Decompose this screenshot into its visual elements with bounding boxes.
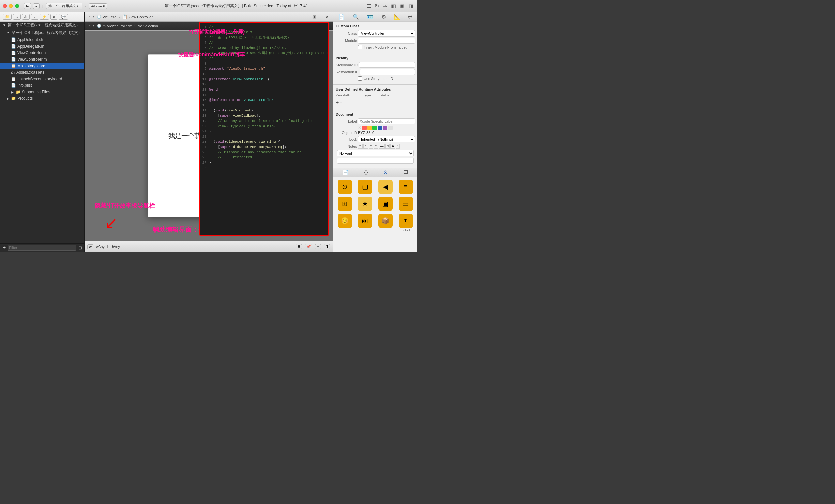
color-gray[interactable] xyxy=(388,126,393,130)
sidebar-item-root2[interactable]: ▼ 第一个IOS工程(xc...程命名最好用英文） xyxy=(0,29,84,37)
split-btn[interactable]: ⇥ xyxy=(382,2,388,10)
symbol-btn[interactable]: ⊙ xyxy=(13,14,21,20)
close-button[interactable] xyxy=(3,4,7,8)
utilities-btn[interactable]: ◨ xyxy=(407,2,415,10)
back-btn[interactable]: ‹ xyxy=(87,14,91,20)
sidebar-item-viewcontroller-m[interactable]: 📄 ViewController.m xyxy=(0,56,84,63)
notes-box-btn[interactable]: □ xyxy=(385,144,390,149)
debug2-btn[interactable]: ⚡ xyxy=(40,14,49,20)
minimize-button[interactable] xyxy=(9,4,13,8)
view-as-btn[interactable]: w xyxy=(87,244,93,249)
lib-tab-code[interactable]: {} xyxy=(362,169,370,176)
inspector-tab-attrs[interactable]: ⚙ xyxy=(379,13,388,21)
add-file-btn[interactable]: + xyxy=(3,245,5,251)
resolve-btn[interactable]: △ xyxy=(315,244,321,249)
breadcrumb-noselection[interactable]: No Selection xyxy=(138,24,158,28)
sidebar-item-root1[interactable]: ▼ 第一个IOS工程(xco...程命名最好用英文） xyxy=(0,22,84,29)
zoom-btn[interactable]: + xyxy=(319,14,323,20)
code-forward-btn[interactable]: › xyxy=(92,23,95,29)
play-button[interactable]: ▶ xyxy=(24,3,31,9)
editor-mode-btn[interactable]: ⊞ xyxy=(312,14,318,20)
inspector-tab-conn[interactable]: ⇄ xyxy=(406,13,414,21)
device-selector[interactable]: iPhone 6 xyxy=(89,3,107,9)
breadcrumb-viewene[interactable]: Vie...ene xyxy=(103,15,117,19)
remove-runtime-btn[interactable]: - xyxy=(340,100,342,106)
lib-tab-media[interactable]: 🖼 xyxy=(401,169,410,176)
pin-btn[interactable]: 📌 xyxy=(305,244,312,249)
report-btn[interactable]: 💬 xyxy=(59,14,68,20)
sidebar-item-assets[interactable]: 🗂 Assets.xcassets xyxy=(0,69,84,76)
color-red[interactable] xyxy=(362,126,367,130)
inherit-checkbox[interactable] xyxy=(358,45,362,49)
notes-center-btn[interactable]: ≡ xyxy=(363,144,368,149)
obj-item-10[interactable]: ⏭ xyxy=(356,213,374,232)
sidebar-item-main-storyboard[interactable]: 📋 Main.storyboard xyxy=(0,63,84,69)
layout-btn[interactable]: ⊞ xyxy=(296,244,302,249)
obj-item-4[interactable]: ≡ xyxy=(396,180,415,195)
maximize-button[interactable] xyxy=(15,4,19,8)
obj-item-1[interactable]: ⊙ xyxy=(335,180,354,195)
filter-sort-btn[interactable]: ⊞ xyxy=(78,246,82,250)
test-btn[interactable]: ✓ xyxy=(31,14,39,20)
obj-item-5[interactable]: ⊞ xyxy=(335,196,354,212)
sidebar-item-appdelegate-h[interactable]: 📄 AppDelegate.h xyxy=(0,37,84,43)
sidebar-item-products[interactable]: ▶ 📁 Products xyxy=(0,95,84,102)
inspector-tab-file[interactable]: 📄 xyxy=(336,13,347,21)
color-yellow[interactable] xyxy=(367,126,372,130)
inspector-tab-quick[interactable]: 🔍 xyxy=(351,13,361,21)
warning-btn[interactable]: ⚠ xyxy=(22,14,30,20)
refresh-btn[interactable]: ↻ xyxy=(373,2,380,10)
notes-more-btn[interactable]: › xyxy=(396,144,400,149)
notes-right-btn[interactable]: ≡ xyxy=(369,144,373,149)
breadcrumb-file[interactable]: Viewer...roller.m xyxy=(107,24,133,28)
notes-left-btn[interactable]: ≡ xyxy=(358,144,363,149)
sidebar-item-appdelegate-m[interactable]: 📄 AppDelegate.m xyxy=(0,43,84,49)
module-input[interactable] xyxy=(358,38,415,44)
project-name[interactable]: 第一个...好用英文） xyxy=(46,3,82,9)
restoration-input[interactable] xyxy=(360,69,415,75)
obj-item-8[interactable]: ▭ xyxy=(396,196,415,212)
debug-btn[interactable]: ▣ xyxy=(399,2,406,10)
obj-item-label[interactable]: T Label xyxy=(396,213,415,232)
obj-item-11[interactable]: 📦 xyxy=(376,213,395,232)
class-select[interactable]: ViewController xyxy=(358,30,415,37)
obj-item-6[interactable]: ★ xyxy=(356,196,374,212)
navigator-btn[interactable]: ◧ xyxy=(390,2,397,10)
lock-select[interactable]: Inherited - (Nothing) xyxy=(358,136,415,143)
breakpoint-btn[interactable]: ◈ xyxy=(50,14,57,20)
font-select[interactable]: No Font xyxy=(337,150,413,156)
sidebar-item-launchscreen[interactable]: 📋 LaunchScreen.storyboard xyxy=(0,76,84,82)
obj-item-2[interactable]: ▢ xyxy=(356,180,374,195)
filter-input[interactable] xyxy=(7,245,76,251)
code-back-btn[interactable]: ‹ xyxy=(87,23,91,29)
stop-button[interactable]: ■ xyxy=(33,3,40,9)
doc-label-input[interactable] xyxy=(358,118,415,124)
color-green[interactable] xyxy=(372,126,377,130)
notes-justify-btn[interactable]: ≡ xyxy=(374,144,378,149)
breadcrumb-viewcontroller[interactable]: View Controller xyxy=(128,15,152,19)
lib-tab-object[interactable]: ⊙ xyxy=(381,169,389,176)
forward-btn[interactable]: › xyxy=(92,14,95,20)
close-editor-btn[interactable]: ✕ xyxy=(325,14,330,20)
obj-item-7[interactable]: ▣ xyxy=(376,196,395,212)
inspector-tab-identity[interactable]: 🪪 xyxy=(365,13,375,21)
inspector-tab-size[interactable]: 📐 xyxy=(392,13,402,21)
storyboard-id-input[interactable] xyxy=(359,62,415,68)
notes-a-btn[interactable]: A xyxy=(390,144,395,149)
color-purple[interactable] xyxy=(383,126,387,130)
use-storyboard-checkbox[interactable] xyxy=(358,76,362,81)
color-blue[interactable] xyxy=(378,126,382,130)
sidebar-toggle[interactable]: ☰ xyxy=(365,2,372,10)
add-runtime-btn[interactable]: + xyxy=(335,100,339,106)
notes-dash-btn[interactable]: — xyxy=(379,144,385,149)
sidebar-item-supporting[interactable]: ▶ 📁 Supporting Files xyxy=(0,89,84,95)
sidebar-item-infoplist[interactable]: 📄 Info.plist xyxy=(0,82,84,89)
sidebar-item-viewcontroller-h[interactable]: 📄 ViewController.h xyxy=(0,49,84,56)
obj-item-9[interactable]: 😊 xyxy=(335,213,354,232)
obj-item-3[interactable]: ◀ xyxy=(376,180,395,195)
font-size-input[interactable] xyxy=(337,158,413,164)
preview-btn[interactable]: ◨ xyxy=(324,244,330,249)
lib-tab-file[interactable]: 📄 xyxy=(340,169,351,176)
clear-color-btn[interactable]: ✕ xyxy=(358,126,361,130)
folder-btn[interactable]: 📁 xyxy=(3,14,12,20)
